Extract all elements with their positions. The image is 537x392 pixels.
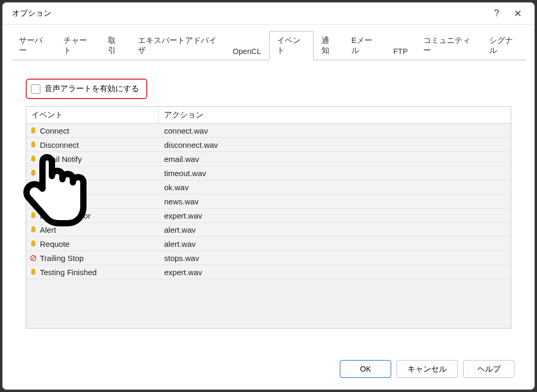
bell-icon — [26, 169, 40, 177]
tab-expert-advisor[interactable]: エキスパートアドバイザ — [130, 31, 225, 60]
bell-icon — [26, 155, 40, 163]
th-action[interactable]: アクション — [159, 107, 511, 123]
checkbox-box[interactable] — [31, 84, 40, 94]
bell-icon — [26, 240, 40, 248]
action-file: email.wav — [159, 155, 511, 164]
svg-line-3 — [31, 256, 35, 260]
event-name: Ok — [40, 183, 159, 192]
action-file: ok.wav — [159, 183, 511, 192]
event-name: Expert Advisor — [40, 211, 159, 220]
table-row[interactable]: Timeouttimeout.wav — [26, 166, 511, 180]
tab-server[interactable]: サーバー — [11, 31, 56, 60]
titlebar: オプション ? ✕ — [3, 3, 534, 25]
action-file: connect.wav — [159, 126, 511, 135]
table-row[interactable]: Newsnews.wav — [26, 194, 511, 209]
tab-events[interactable]: イベント — [269, 31, 314, 60]
tab-notify[interactable]: 通知 — [314, 31, 343, 60]
tab-chart[interactable]: チャート — [56, 31, 100, 60]
bell-icon — [26, 127, 40, 135]
tab-opencl[interactable]: OpenCL — [225, 42, 269, 60]
checkbox-label: 音声アラートを有効にする — [45, 84, 139, 94]
table-row[interactable]: Trailing Stopstops.wav — [26, 251, 511, 265]
options-dialog: オプション ? ✕ サーバー チャート 取引 エキスパートアドバイザ OpenC… — [2, 2, 535, 390]
action-file: alert.wav — [159, 225, 511, 234]
action-file: news.wav — [159, 197, 511, 206]
event-name: Disconnect — [40, 140, 159, 149]
action-file: expert.wav — [159, 211, 511, 220]
event-name: Alert — [40, 225, 159, 234]
table-row[interactable]: Testing Finishedexpert.wav — [26, 265, 511, 279]
bell-icon — [26, 183, 40, 191]
event-name: Connect — [40, 126, 159, 135]
events-table: イベント アクション Connectconnect.wavDisconnectd… — [26, 106, 511, 329]
table-row[interactable]: Okok.wav — [26, 180, 511, 194]
action-file: disconnect.wav — [159, 140, 511, 149]
bell-icon — [26, 141, 40, 149]
tab-email[interactable]: Eメール — [343, 31, 385, 60]
tab-trade[interactable]: 取引 — [100, 31, 130, 60]
table-row[interactable]: Connectconnect.wav — [26, 124, 511, 138]
enable-sound-alerts-checkbox[interactable]: 音声アラートを有効にする — [26, 79, 147, 99]
footer-buttons: OK キャンセル ヘルプ — [3, 352, 534, 389]
event-name: News — [40, 197, 159, 206]
close-icon[interactable]: ✕ — [507, 3, 528, 24]
action-file: timeout.wav — [159, 169, 511, 178]
table-header: イベント アクション — [26, 107, 511, 124]
ok-button[interactable]: OK — [340, 360, 391, 378]
event-name: Trailing Stop — [40, 254, 159, 263]
table-row[interactable]: Requotealert.wav — [26, 237, 511, 251]
bell-icon — [26, 212, 40, 220]
event-name: Email Notify — [40, 155, 159, 164]
th-event[interactable]: イベント — [26, 107, 159, 123]
help-icon[interactable]: ? — [486, 3, 507, 24]
tab-community[interactable]: コミュニティー — [415, 31, 481, 60]
window-title: オプション — [9, 8, 486, 18]
table-row[interactable]: Disconnectdisconnect.wav — [26, 138, 511, 152]
forbid-icon — [26, 198, 40, 205]
forbid-icon — [26, 254, 40, 262]
event-name: Requote — [40, 239, 159, 248]
event-name: Timeout — [40, 169, 159, 178]
action-file: stops.wav — [159, 254, 511, 263]
table-row[interactable]: Alertalert.wav — [26, 223, 511, 237]
table-body: Connectconnect.wavDisconnectdisconnect.w… — [26, 124, 511, 328]
tab-signal[interactable]: シグナル — [481, 31, 526, 60]
tabs: サーバー チャート 取引 エキスパートアドバイザ OpenCL イベント 通知 … — [3, 25, 534, 60]
cancel-button[interactable]: キャンセル — [396, 360, 458, 378]
table-row[interactable]: Expert Advisorexpert.wav — [26, 209, 511, 223]
bell-icon — [26, 268, 40, 276]
table-row[interactable]: Email Notifyemail.wav — [26, 152, 511, 166]
help-button[interactable]: ヘルプ — [463, 360, 514, 378]
action-file: expert.wav — [159, 268, 511, 277]
tab-ftp[interactable]: FTP — [385, 42, 415, 60]
bell-icon — [26, 226, 40, 234]
action-file: alert.wav — [159, 239, 511, 248]
event-name: Testing Finished — [40, 268, 159, 277]
content-area: 音声アラートを有効にする イベント アクション Connectconnect.w… — [3, 61, 534, 352]
svg-line-1 — [31, 200, 35, 203]
